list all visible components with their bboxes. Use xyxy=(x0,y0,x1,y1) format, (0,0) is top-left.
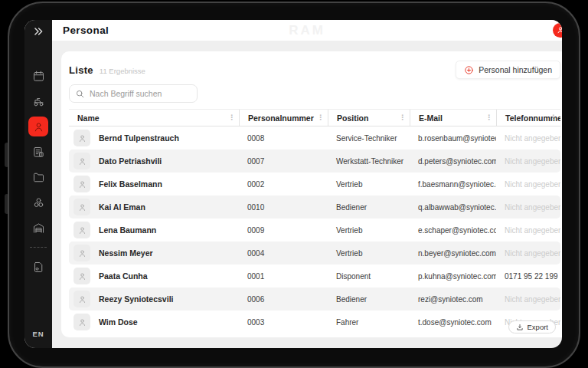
column-header-e-mail[interactable]: E-Mail⋮ xyxy=(410,110,496,126)
sidebar-item-templates[interactable] xyxy=(28,257,48,277)
cell-position: Bediener xyxy=(328,295,410,304)
row-avatar xyxy=(74,291,90,307)
brand-watermark: RAM xyxy=(289,23,325,38)
user-avatar[interactable] xyxy=(553,23,562,38)
cell-name: Reezy Syniotecsvili xyxy=(69,291,239,307)
person-icon xyxy=(77,248,87,258)
table-row[interactable]: Paata Cunha0001Disponentp.kuhna@syniotec… xyxy=(69,264,560,288)
cell-name: Paata Cunha xyxy=(69,268,239,284)
cell-telefonnummer: Nicht angegeben xyxy=(496,295,560,304)
cell-email: n.beyer@syniotec.com xyxy=(410,249,496,258)
cell-name: Kai Al Eman xyxy=(69,199,239,215)
sidebar-divider xyxy=(30,247,47,248)
reports-icon xyxy=(32,146,45,159)
templates-icon xyxy=(32,261,45,274)
cell-name: Wim Dose xyxy=(69,314,239,330)
page-body: Liste 11 Ergebnisse Personal hinzufügen xyxy=(52,41,562,348)
column-header-personalnummer[interactable]: Personalnummer⋮ xyxy=(239,110,328,126)
column-menu-icon[interactable]: ⋮ xyxy=(485,114,492,121)
cell-email: p.kuhna@syniotec.com xyxy=(410,272,496,281)
table-row[interactable]: Reezy Syniotecsvili0006Bedienerrezi@syni… xyxy=(69,288,560,310)
equipment-icon xyxy=(32,95,45,108)
cell-position: Vertrieb xyxy=(328,249,410,258)
person-icon xyxy=(77,179,87,189)
cell-personalnummer: 0008 xyxy=(239,134,328,143)
cell-email: q.albawwab@syniotec.co... xyxy=(410,203,496,212)
table-row[interactable]: Kai Al Eman0010Bedienerq.albawwab@syniot… xyxy=(69,196,560,219)
user-icon xyxy=(556,24,563,38)
table-row[interactable]: Felix Baselmann0002Vertriebf.baesmann@sy… xyxy=(69,172,560,196)
table-header-row: Name⋮Personalnummer⋮Position⋮E-Mail⋮Tele… xyxy=(69,109,560,127)
cell-telefonnummer: Nicht angegeben xyxy=(496,203,560,212)
sidebar-item-calendar[interactable] xyxy=(28,66,48,86)
cell-email: d.peters@syniotec.com xyxy=(410,157,496,166)
sidebar-item-warehouse[interactable] xyxy=(28,218,48,238)
person-icon xyxy=(77,225,87,235)
plus-circle-icon xyxy=(464,65,474,75)
person-icon xyxy=(77,133,87,143)
sidebar-item-groups[interactable] xyxy=(28,192,48,212)
cell-telefonnummer: Nicht angegeben xyxy=(496,249,560,258)
list-panel: Liste 11 Ergebnisse Personal hinzufügen xyxy=(61,51,562,337)
cell-personalnummer: 0007 xyxy=(239,157,328,166)
topbar: Personal RAM xyxy=(52,20,562,41)
cell-personalnummer: 0001 xyxy=(239,272,328,281)
cell-telefonnummer: Nicht angegeben xyxy=(496,180,560,189)
tablet-bezel: EN Personal RAM Li xyxy=(8,2,580,368)
row-avatar xyxy=(74,314,90,330)
cell-telefonnummer: Nicht angegeben xyxy=(496,134,560,143)
cell-name: Bernd Tulpenstrauch xyxy=(69,130,239,146)
table-row[interactable]: Wim Dose0003Fahrert.dose@syniotec.comNic… xyxy=(69,310,560,334)
column-menu-icon[interactable]: ⋮ xyxy=(399,114,406,121)
row-avatar xyxy=(74,222,90,238)
person-icon xyxy=(77,294,87,304)
calendar-icon xyxy=(32,70,45,83)
cell-email: e.schaper@syniotec.com xyxy=(410,226,496,235)
cell-email: t.dose@syniotec.com xyxy=(410,318,496,327)
row-avatar xyxy=(74,268,90,284)
column-menu-icon[interactable]: ⋮ xyxy=(317,114,324,121)
files-icon xyxy=(32,171,45,184)
cell-position: Bediener xyxy=(328,203,410,212)
cell-email: b.rosenbaum@syniotec.c... xyxy=(410,134,496,143)
add-personal-button[interactable]: Personal hinzufügen xyxy=(456,61,560,79)
person-icon xyxy=(77,317,87,327)
cell-name: Nessim Meyer xyxy=(69,245,239,261)
column-header-position[interactable]: Position⋮ xyxy=(328,110,410,126)
list-title: Liste xyxy=(69,64,93,76)
list-panel-header: Liste 11 Ergebnisse Personal hinzufügen xyxy=(69,61,560,79)
cell-name: Felix Baselmann xyxy=(69,176,239,192)
cell-position: Vertrieb xyxy=(328,226,410,235)
cell-personalnummer: 0003 xyxy=(239,318,328,327)
table-row[interactable]: Bernd Tulpenstrauch0008Service-Techniker… xyxy=(69,127,560,150)
cell-position: Vertrieb xyxy=(328,180,410,189)
cell-personalnummer: 0006 xyxy=(239,295,328,304)
sidebar-nav xyxy=(28,66,48,277)
cell-name: Lena Baumann xyxy=(69,222,239,238)
chevrons-right-icon xyxy=(33,26,44,40)
search-input[interactable] xyxy=(69,84,198,103)
column-menu-icon[interactable]: ⋮ xyxy=(550,114,557,121)
main-area: Personal RAM Liste 11 Ergebnisse xyxy=(52,20,562,348)
sidebar-item-files[interactable] xyxy=(28,167,48,187)
export-button[interactable]: Export xyxy=(508,320,556,334)
sidebar-item-reports[interactable] xyxy=(28,142,48,162)
column-header-name[interactable]: Name⋮ xyxy=(69,110,239,126)
sidebar-item-equipment[interactable] xyxy=(28,91,48,111)
results-count: 11 Ergebnisse xyxy=(100,67,145,75)
cell-email: f.baesmann@syniotec.com xyxy=(410,180,496,189)
person-icon xyxy=(77,271,87,281)
sidebar-item-personal[interactable] xyxy=(28,117,48,136)
table-row[interactable]: Lena Baumann0009Vertriebe.schaper@syniot… xyxy=(69,219,560,242)
table-body: Bernd Tulpenstrauch0008Service-Techniker… xyxy=(69,127,560,334)
table-row[interactable]: Dato Petriashvili0007Werkstatt-Techniker… xyxy=(69,150,560,172)
sidebar-expand-button[interactable] xyxy=(30,25,47,41)
sidebar: EN xyxy=(24,20,52,348)
cell-email: rezi@syniotec.com xyxy=(410,295,496,304)
search-box xyxy=(69,84,198,103)
column-menu-icon[interactable]: ⋮ xyxy=(228,114,235,121)
column-header-telefonnummer[interactable]: Telefonnummer⋮ xyxy=(496,110,560,126)
language-switcher[interactable]: EN xyxy=(32,330,44,338)
app-screen: EN Personal RAM Li xyxy=(24,20,562,348)
table-row[interactable]: Nessim Meyer0004Vertriebn.beyer@syniotec… xyxy=(69,242,560,264)
